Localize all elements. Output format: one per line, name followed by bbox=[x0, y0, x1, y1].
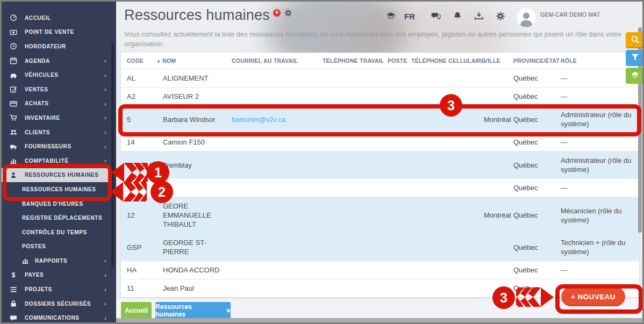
cell-poste bbox=[388, 74, 411, 83]
column-label: COURRIEL AU TRAVAIL bbox=[232, 57, 298, 64]
table-row[interactable]: 12GEORE EMMANUELLE THIBAULTMontréalQuébe… bbox=[121, 197, 639, 234]
cell-code: 12 bbox=[127, 206, 163, 224]
sidebar-item-label: ACHATS bbox=[25, 100, 49, 106]
sidebar-item-postes-sub[interactable]: POSTES bbox=[2, 240, 112, 254]
sidebar-item-accueil[interactable]: ACCUEIL bbox=[2, 11, 112, 25]
sidebar-item-label: REGISTRE DÉPLACEMENTS bbox=[22, 215, 102, 221]
sidebar-item-rapports-sub[interactable]: RAPPORTS‹ bbox=[2, 254, 112, 268]
table-row[interactable]: 5Barbara Windsorbamorim@v2v.caMontréalQu… bbox=[121, 106, 639, 133]
user-menu[interactable]: GEM-CAR DEMO MAT bbox=[540, 9, 644, 18]
column-header-ville[interactable]: VILLE bbox=[484, 57, 513, 64]
sidebar-item-comptabilite[interactable]: COMPTABILITÉ‹ bbox=[2, 154, 112, 168]
column-label: NOM bbox=[162, 57, 176, 64]
cell-tel_travail bbox=[323, 284, 388, 293]
column-header-nom[interactable]: ▲NOM bbox=[156, 57, 225, 64]
cell-poste bbox=[388, 284, 411, 293]
download-icon[interactable] bbox=[474, 11, 486, 23]
sidebar-item-agenda[interactable]: AGENDA‹ bbox=[2, 54, 112, 68]
sidebar-scrollbar[interactable] bbox=[111, 43, 115, 268]
sidebar-item-ressources-humaines-sub[interactable]: RESSOURCES HUMAINES bbox=[2, 182, 112, 197]
sidebar-item-payes[interactable]: $PAYES‹ bbox=[2, 268, 112, 283]
sidebar-item-fournisseurs[interactable]: FOURNISSEURS‹ bbox=[2, 139, 112, 154]
sidebar-item-point-de-vente[interactable]: POINT DE VENTE bbox=[2, 25, 112, 40]
cell-role: Administrateur (rôle du système) bbox=[561, 106, 639, 133]
cell-cellulaire bbox=[411, 138, 484, 147]
messages-icon[interactable] bbox=[431, 11, 443, 23]
table-row[interactable]: riQuébec--- bbox=[121, 179, 639, 197]
column-header-telephone-cellulaire[interactable]: TÉLÉPHONE CELLULAIRE bbox=[411, 57, 484, 64]
table-row[interactable]: GSPGEORGE ST-PIERREQuébecTechnicien + (r… bbox=[121, 234, 639, 261]
sidebar-item-vehicules[interactable]: VÉHICULES‹ bbox=[2, 68, 112, 82]
sidebar-item-controle-du-temps-sub[interactable]: CONTRÔLE DU TEMPS bbox=[2, 225, 112, 240]
cell-nom: AVISEUR 2 bbox=[163, 88, 232, 105]
new-record-button[interactable]: + NOUVEAU bbox=[561, 287, 625, 306]
filter-button[interactable] bbox=[626, 50, 644, 66]
sidebar-item-inventaire[interactable]: INVENTAIRE‹ bbox=[2, 111, 112, 125]
sidebar-item-label: COMPTABILITÉ bbox=[25, 158, 68, 164]
cell-courriel bbox=[232, 92, 323, 101]
chart-icon bbox=[9, 156, 18, 165]
page-settings-gear-icon[interactable] bbox=[284, 9, 292, 17]
cell-courriel[interactable]: bamorim@v2v.ca bbox=[232, 111, 323, 128]
chat-icon bbox=[9, 314, 18, 322]
table-row[interactable]: HAHONDA ACCORDQuébec--- bbox=[121, 261, 639, 279]
column-header-telephone-travail[interactable]: TÉLÉPHONE TRAVAIL bbox=[323, 57, 388, 64]
cash-icon bbox=[9, 28, 18, 37]
add-record-icon[interactable]: + bbox=[273, 9, 281, 17]
cell-province: Québec bbox=[513, 156, 561, 174]
sidebar: ACCUEILPOINT DE VENTEHORODATEURAGENDA‹VÉ… bbox=[2, 2, 116, 322]
sidebar-item-clients[interactable]: CLIENTS‹ bbox=[2, 125, 112, 140]
user-avatar[interactable] bbox=[517, 8, 536, 27]
notifications-bell-icon[interactable] bbox=[453, 11, 464, 23]
search-button[interactable] bbox=[626, 32, 644, 48]
cell-cellulaire bbox=[411, 161, 484, 169]
settings-gear-icon[interactable] bbox=[496, 11, 507, 23]
table-row[interactable]: A2AVISEUR 2Québec--- bbox=[121, 88, 639, 106]
column-header-courriel-au-travail[interactable]: COURRIEL AU TRAVAIL bbox=[232, 57, 323, 64]
tab-ressources-humaines[interactable]: Ressources humaines × bbox=[155, 302, 231, 319]
cell-tel_travail bbox=[323, 243, 388, 251]
cell-code: GSP bbox=[127, 239, 163, 256]
table-row[interactable]: DCHAVEZTremblayQuébecAdministrateur (rôl… bbox=[121, 152, 639, 179]
sidebar-item-ressources-humaines[interactable]: RESSOURCES HUMAINES bbox=[2, 168, 112, 183]
chevron-left-icon: ‹ bbox=[104, 72, 106, 78]
column-label: CODE bbox=[127, 57, 144, 64]
sidebar-item-horodateur[interactable]: HORODATEUR bbox=[2, 39, 112, 54]
page-header: Ressources humaines + bbox=[124, 7, 292, 24]
sidebar-item-banques-d-heures-sub[interactable]: BANQUES D'HEURES bbox=[2, 197, 112, 211]
cell-courriel bbox=[232, 243, 323, 251]
training-cap-icon[interactable] bbox=[386, 11, 398, 23]
cart-icon bbox=[9, 113, 18, 122]
edit-icon bbox=[9, 85, 18, 93]
sidebar-item-ventes[interactable]: VENTES‹ bbox=[2, 82, 112, 97]
sidebar-item-registre-deplacements-sub[interactable]: REGISTRE DÉPLACEMENTS bbox=[2, 211, 112, 225]
cell-ville: Montréal bbox=[484, 111, 513, 128]
horizontal-scrollbar[interactable] bbox=[116, 318, 644, 322]
cell-ville bbox=[484, 138, 513, 147]
table-row[interactable]: 14Camion F150Québec--- bbox=[121, 133, 639, 152]
page-description: Vous consultez actuellement la liste des… bbox=[124, 30, 629, 49]
column-label: POSTE bbox=[388, 57, 407, 64]
sidebar-item-dossiers-securises[interactable]: DOSSIERS SÉCURISÉS‹ bbox=[2, 297, 112, 311]
sidebar-item-label: PROJETS bbox=[25, 286, 52, 292]
speedometer-icon bbox=[9, 13, 18, 22]
cell-courriel bbox=[232, 284, 323, 293]
cell-cellulaire bbox=[411, 243, 484, 251]
tab-accueil[interactable]: Accueil bbox=[121, 302, 152, 319]
cell-ville bbox=[484, 266, 513, 275]
calendar-icon bbox=[9, 56, 18, 65]
training-button[interactable] bbox=[626, 68, 644, 84]
table-row[interactable]: ALALIGNEMENTQuébec--- bbox=[121, 69, 639, 88]
chevron-left-icon: ‹ bbox=[104, 100, 106, 107]
language-selector[interactable]: FR bbox=[404, 12, 415, 21]
cell-province: Québec bbox=[513, 111, 561, 128]
close-tab-icon[interactable]: × bbox=[226, 307, 231, 314]
sidebar-item-achats[interactable]: ACHATS‹ bbox=[2, 97, 112, 111]
sort-asc-icon: ▲ bbox=[156, 59, 161, 63]
sidebar-item-projets[interactable]: PROJETS‹ bbox=[2, 282, 112, 297]
column-header-poste[interactable]: POSTE bbox=[388, 57, 411, 64]
sidebar-item-communications[interactable]: COMMUNICATIONS‹ bbox=[2, 311, 112, 324]
magnifier-icon bbox=[631, 35, 640, 46]
cell-courriel bbox=[232, 74, 323, 83]
column-header-province-etat[interactable]: PROVINCE/ÉTAT bbox=[513, 57, 561, 64]
